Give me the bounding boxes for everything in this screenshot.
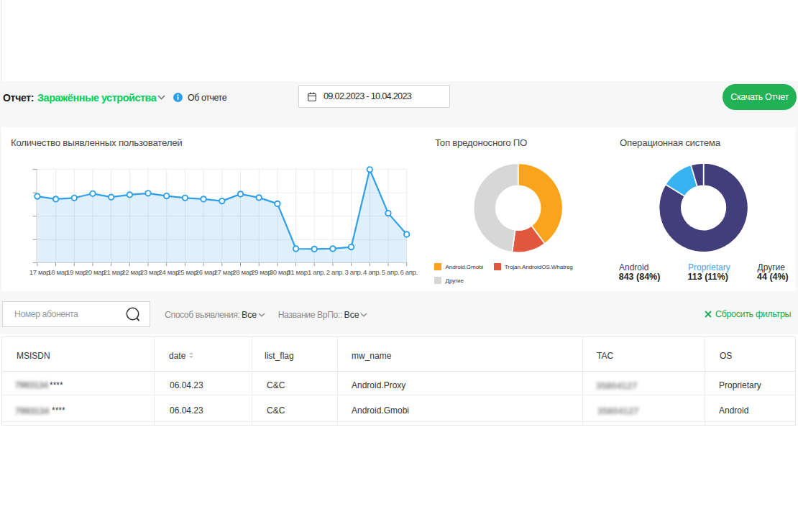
svg-text:23 мар: 23 мар	[140, 268, 161, 276]
svg-text:4 апр.: 4 апр.	[363, 268, 380, 276]
svg-text:3 апр.: 3 апр.	[344, 268, 362, 276]
svg-text:20 мар: 20 мар	[85, 268, 106, 276]
svg-text:24 мар: 24 мар	[158, 268, 179, 276]
svg-text:21 мар: 21 мар	[103, 268, 124, 276]
svg-text:5 апр.: 5 апр.	[382, 268, 399, 276]
svg-text:31 мар.: 31 мар.	[287, 268, 309, 276]
svg-text:26 мар: 26 мар	[196, 268, 216, 276]
svg-text:17 мар: 17 мар	[29, 268, 50, 276]
svg-text:19 мар: 19 мар	[66, 268, 87, 276]
svg-text:25 мар: 25 мар	[177, 268, 198, 276]
svg-text:29 мар: 29 мар	[251, 268, 272, 276]
svg-text:18 мар: 18 мар	[47, 268, 68, 276]
svg-text:1 апр.: 1 апр.	[308, 268, 325, 276]
svg-text:22 мар: 22 мар	[121, 268, 142, 276]
svg-text:6 апр.: 6 апр.	[400, 268, 417, 276]
svg-text:28 мар: 28 мар	[232, 268, 253, 276]
svg-text:27 мар: 27 мар	[214, 268, 235, 276]
svg-text:2 апр.: 2 апр.	[326, 268, 344, 276]
